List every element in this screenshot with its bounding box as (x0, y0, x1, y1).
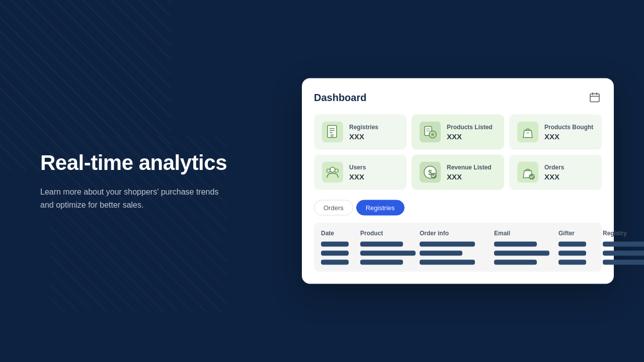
stat-card-registries[interactable]: Registries XXX (314, 115, 407, 150)
svg-point-21 (335, 169, 339, 172)
svg-point-20 (327, 169, 331, 172)
orders-bag-icon (517, 162, 538, 183)
th-date: Date (321, 230, 356, 237)
orders-value: XXX (544, 172, 564, 181)
orders-label: Orders (544, 164, 564, 171)
cell-bar (360, 242, 403, 247)
cell-bar (603, 242, 644, 247)
cell-bar (558, 242, 586, 247)
dashboard-title: Dashboard (314, 92, 366, 103)
th-product: Product (360, 230, 416, 237)
table-row (321, 260, 595, 265)
svg-point-19 (330, 167, 335, 172)
product-tag-icon (420, 122, 441, 143)
stat-card-users[interactable]: Users XXX (314, 155, 407, 190)
stats-grid: Registries XXX Products Listed XXX (314, 115, 602, 190)
th-order-info: Order info (420, 230, 490, 237)
tab-registries[interactable]: Registries (356, 200, 405, 216)
cell-bar (603, 260, 644, 265)
products-bought-label: Products Bought (544, 124, 593, 131)
cell-bar (321, 242, 349, 247)
stat-card-orders[interactable]: Orders XXX (509, 155, 602, 190)
users-icon (322, 162, 343, 183)
svg-point-15 (431, 133, 434, 136)
cell-bar (494, 251, 549, 256)
registries-label: Registries (349, 124, 378, 131)
cell-bar (603, 251, 644, 256)
table-row (321, 251, 595, 256)
dashboard-header: Dashboard (314, 90, 602, 105)
dashboard-card: Dashboard (302, 78, 614, 284)
tabs-container: Orders Registries (314, 200, 602, 216)
cell-bar (420, 242, 475, 247)
cell-bar (360, 251, 416, 256)
hero-title: Real-time analytics (40, 150, 231, 175)
calendar-icon[interactable] (588, 90, 602, 105)
stat-card-revenue-listed[interactable]: $ Revenue Listed XXX (412, 155, 504, 190)
table-row (321, 242, 595, 247)
revenue-listed-label: Revenue Listed (447, 164, 492, 171)
cell-bar (321, 260, 349, 265)
cell-bar (558, 251, 586, 256)
th-gifter: Gifter (558, 230, 599, 237)
products-listed-value: XXX (447, 132, 493, 141)
cell-bar (494, 260, 537, 265)
products-listed-label: Products Listed (447, 124, 493, 131)
revenue-listed-value: XXX (447, 172, 492, 181)
cell-bar (494, 242, 537, 247)
dollar-icon: $ (420, 162, 441, 183)
cell-bar (420, 260, 475, 265)
table-header: Date Product Order info Email Gifter Reg… (321, 230, 595, 237)
stat-card-products-bought[interactable]: Products Bought XXX (509, 115, 602, 150)
products-bought-value: XXX (544, 132, 593, 141)
cell-bar (321, 251, 349, 256)
shopping-bag-icon (517, 122, 538, 143)
svg-rect-0 (590, 94, 599, 102)
svg-rect-9 (331, 134, 334, 137)
table-container: Date Product Order info Email Gifter Reg… (314, 223, 602, 272)
registries-value: XXX (349, 132, 378, 141)
users-value: XXX (349, 172, 366, 181)
th-registry: Registry (603, 230, 644, 237)
users-label: Users (349, 164, 366, 171)
hero-subtitle: Learn more about your shoppers' purchase… (40, 186, 231, 212)
document-icon (322, 122, 343, 143)
cell-bar (360, 260, 403, 265)
tab-orders[interactable]: Orders (314, 200, 353, 216)
table-rows (321, 242, 595, 265)
th-email: Email (494, 230, 554, 237)
hero-section: Real-time analytics Learn more about you… (40, 150, 231, 212)
stat-card-products-listed[interactable]: Products Listed XXX (412, 115, 504, 150)
cell-bar (558, 260, 586, 265)
cell-bar (420, 251, 462, 256)
